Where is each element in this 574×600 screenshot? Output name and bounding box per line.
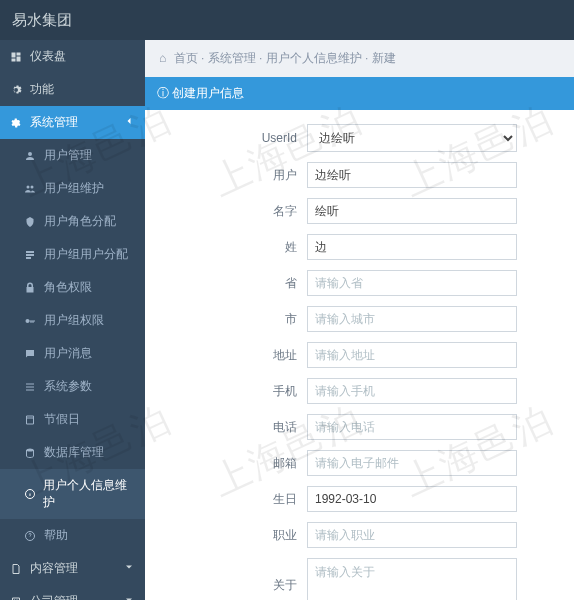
calendar-icon — [24, 414, 38, 426]
lock-icon — [24, 282, 38, 294]
topbar: 易水集团 — [0, 0, 574, 40]
info-icon: ⓘ — [157, 86, 172, 100]
city-input[interactable] — [307, 306, 517, 332]
param-icon — [24, 381, 38, 393]
birthday-input[interactable] — [307, 486, 517, 512]
crumb-home[interactable]: 首页 — [174, 51, 198, 65]
panel-title: 创建用户信息 — [172, 86, 244, 100]
sidebar-item-dashboard[interactable]: 仪表盘 — [0, 40, 145, 73]
sidebar-label: 内容管理 — [30, 560, 78, 577]
surname-input[interactable] — [307, 234, 517, 260]
sidebar-label: 系统管理 — [30, 114, 78, 131]
crumb-sys[interactable]: 系统管理 — [208, 51, 256, 65]
sidebar-label: 仪表盘 — [30, 48, 66, 65]
email-input[interactable] — [307, 450, 517, 476]
sidebar-item-sys-param[interactable]: 系统参数 — [0, 370, 145, 403]
label-surname: 姓 — [157, 239, 307, 256]
svg-point-3 — [26, 319, 30, 323]
about-textarea[interactable] — [307, 558, 517, 600]
sidebar-label: 用户组用户分配 — [44, 246, 128, 263]
database-icon — [24, 447, 38, 459]
sidebar-item-user-group-alloc[interactable]: 用户组用户分配 — [0, 238, 145, 271]
label-about: 关于 — [157, 577, 307, 594]
sidebar-item-user-group-perm[interactable]: 用户组权限 — [0, 304, 145, 337]
dashboard-icon — [10, 51, 24, 63]
sidebar-label: 功能 — [30, 81, 54, 98]
chevron-down-icon — [123, 594, 135, 600]
label-userid: UserId — [157, 131, 307, 145]
gear-icon — [10, 84, 24, 96]
settings-icon — [10, 117, 24, 129]
role-icon — [24, 216, 38, 228]
sidebar-item-help[interactable]: 帮助 — [0, 519, 145, 552]
userid-select[interactable]: 边绘听 — [307, 124, 517, 152]
label-job: 职业 — [157, 527, 307, 544]
sidebar-item-user-role-alloc[interactable]: 用户角色分配 — [0, 205, 145, 238]
label-name: 名字 — [157, 203, 307, 220]
sidebar-label: 节假日 — [44, 411, 80, 428]
sidebar-item-user-group[interactable]: 用户组维护 — [0, 172, 145, 205]
label-phone: 电话 — [157, 419, 307, 436]
panel-header: ⓘ 创建用户信息 — [145, 77, 574, 110]
sidebar-item-user-msg[interactable]: 用户消息 — [0, 337, 145, 370]
sidebar-label: 用户角色分配 — [44, 213, 116, 230]
sidebar-label: 用户个人信息维护 — [43, 477, 135, 511]
sidebar-label: 用户管理 — [44, 147, 92, 164]
sidebar-label: 用户消息 — [44, 345, 92, 362]
sidebar-item-company-mgmt[interactable]: 公司管理 — [0, 585, 145, 600]
label-user: 用户 — [157, 167, 307, 184]
doc-icon — [10, 563, 24, 575]
main-content: ⌂ 首页 · 系统管理 · 用户个人信息维护 · 新建 ⓘ 创建用户信息 Use… — [145, 40, 574, 600]
breadcrumb: ⌂ 首页 · 系统管理 · 用户个人信息维护 · 新建 — [145, 40, 574, 77]
sidebar: 仪表盘 功能 系统管理 用户管理 用户组维护 用户角色分配 用户组用户分配 角色… — [0, 40, 145, 600]
group-icon — [24, 183, 38, 195]
building-icon — [10, 596, 24, 601]
chevron-left-icon — [123, 115, 135, 130]
label-mobile: 手机 — [157, 383, 307, 400]
assign-icon — [24, 249, 38, 261]
home-icon[interactable]: ⌂ — [159, 51, 166, 65]
sidebar-item-db-mgmt[interactable]: 数据库管理 — [0, 436, 145, 469]
sidebar-item-sysmgmt[interactable]: 系统管理 — [0, 106, 145, 139]
phone-input[interactable] — [307, 414, 517, 440]
sidebar-label: 用户组维护 — [44, 180, 104, 197]
svg-point-1 — [27, 185, 30, 188]
message-icon — [24, 348, 38, 360]
name-input[interactable] — [307, 198, 517, 224]
sidebar-item-content-mgmt[interactable]: 内容管理 — [0, 552, 145, 585]
province-input[interactable] — [307, 270, 517, 296]
sidebar-label: 用户组权限 — [44, 312, 104, 329]
sidebar-label: 数据库管理 — [44, 444, 104, 461]
user-icon — [24, 150, 38, 162]
sidebar-item-features[interactable]: 功能 — [0, 73, 145, 106]
form-panel: UserId边绘听 用户 名字 姓 省 市 地址 手机 电话 邮箱 生日 职业 … — [145, 110, 574, 600]
sidebar-label: 角色权限 — [44, 279, 92, 296]
sidebar-label: 公司管理 — [30, 593, 78, 600]
label-email: 邮箱 — [157, 455, 307, 472]
sidebar-item-user-profile[interactable]: 用户个人信息维护 — [0, 469, 145, 519]
address-input[interactable] — [307, 342, 517, 368]
svg-point-2 — [31, 185, 34, 188]
label-province: 省 — [157, 275, 307, 292]
user-input[interactable] — [307, 162, 517, 188]
key-icon — [24, 315, 38, 327]
brand-title: 易水集团 — [12, 11, 72, 30]
mobile-input[interactable] — [307, 378, 517, 404]
info-icon — [24, 488, 37, 500]
sidebar-item-user-mgmt[interactable]: 用户管理 — [0, 139, 145, 172]
job-input[interactable] — [307, 522, 517, 548]
chevron-down-icon — [123, 561, 135, 576]
sidebar-item-holiday[interactable]: 节假日 — [0, 403, 145, 436]
label-birthday: 生日 — [157, 491, 307, 508]
sidebar-label: 系统参数 — [44, 378, 92, 395]
svg-point-4 — [27, 448, 34, 451]
crumb-new: 新建 — [372, 51, 396, 65]
help-icon — [24, 530, 38, 542]
label-city: 市 — [157, 311, 307, 328]
label-address: 地址 — [157, 347, 307, 364]
sidebar-label: 帮助 — [44, 527, 68, 544]
sidebar-item-role-perm[interactable]: 角色权限 — [0, 271, 145, 304]
crumb-profile[interactable]: 用户个人信息维护 — [266, 51, 362, 65]
